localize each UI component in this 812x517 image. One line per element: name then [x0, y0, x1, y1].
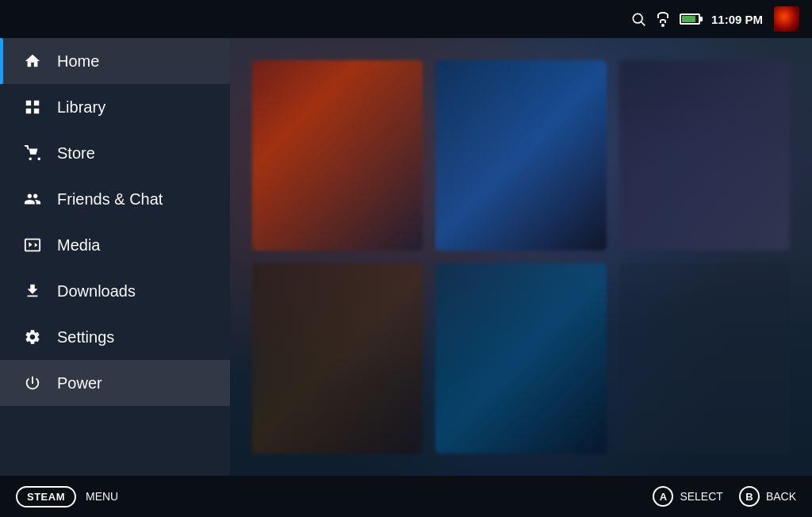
steam-button[interactable]: STEAM	[16, 486, 76, 507]
sidebar-item-settings[interactable]: Settings	[0, 314, 230, 360]
store-icon	[22, 143, 43, 163]
sidebar-item-library[interactable]: Library	[0, 84, 230, 130]
sidebar-label-friends: Friends & Chat	[57, 190, 163, 209]
game-card-1[interactable]	[252, 60, 423, 251]
game-grid	[230, 38, 812, 476]
clock: 11:09 PM	[711, 13, 763, 26]
sidebar-item-friends-chat[interactable]: Friends & Chat	[0, 176, 230, 222]
back-label: BACK	[766, 490, 796, 503]
svg-rect-4	[26, 109, 31, 113]
svg-rect-3	[34, 101, 39, 105]
svg-point-0	[633, 13, 642, 23]
menu-label: MENU	[86, 490, 118, 503]
game-card-4[interactable]	[252, 263, 423, 454]
home-icon	[22, 51, 43, 71]
sidebar-label-store: Store	[57, 144, 95, 163]
power-icon	[22, 373, 43, 393]
main-content	[230, 38, 812, 476]
sidebar-item-store[interactable]: Store	[0, 130, 230, 176]
svg-line-1	[642, 22, 645, 26]
sidebar-item-media[interactable]: Media	[0, 222, 230, 268]
select-label: SELECT	[680, 490, 722, 503]
bottom-right: A SELECT B BACK	[653, 486, 796, 507]
svg-rect-2	[26, 101, 31, 105]
game-card-6[interactable]	[619, 263, 790, 454]
sidebar-item-downloads[interactable]: Downloads	[0, 268, 230, 314]
cast-icon	[657, 12, 668, 27]
search-icon[interactable]	[630, 11, 646, 27]
sidebar-item-power[interactable]: Power	[0, 360, 230, 406]
friends-icon	[22, 189, 43, 209]
settings-icon	[22, 327, 43, 347]
sidebar-label-downloads: Downloads	[57, 282, 136, 301]
avatar[interactable]	[774, 6, 799, 32]
sidebar-label-power: Power	[57, 374, 102, 393]
sidebar-label-settings: Settings	[57, 328, 114, 347]
back-action: B BACK	[739, 486, 796, 507]
game-card-3[interactable]	[619, 60, 790, 251]
select-action: A SELECT	[653, 486, 722, 507]
b-button[interactable]: B	[739, 486, 760, 507]
battery-icon	[680, 13, 700, 25]
game-card-2[interactable]	[435, 60, 606, 251]
bottom-left: STEAM MENU	[16, 486, 118, 507]
library-icon	[22, 97, 43, 117]
sidebar: Home Library Store Friends & Chat Media …	[0, 38, 230, 476]
sidebar-label-home: Home	[57, 52, 99, 71]
svg-rect-5	[34, 109, 39, 113]
sidebar-label-media: Media	[57, 236, 100, 255]
bottom-bar: STEAM MENU A SELECT B BACK	[0, 476, 812, 517]
game-card-5[interactable]	[435, 263, 606, 454]
a-button[interactable]: A	[653, 486, 673, 507]
media-icon	[22, 235, 43, 255]
sidebar-item-home[interactable]: Home	[0, 38, 230, 84]
sidebar-label-library: Library	[57, 98, 105, 117]
downloads-icon	[22, 281, 43, 301]
top-bar: 11:09 PM	[0, 0, 812, 38]
